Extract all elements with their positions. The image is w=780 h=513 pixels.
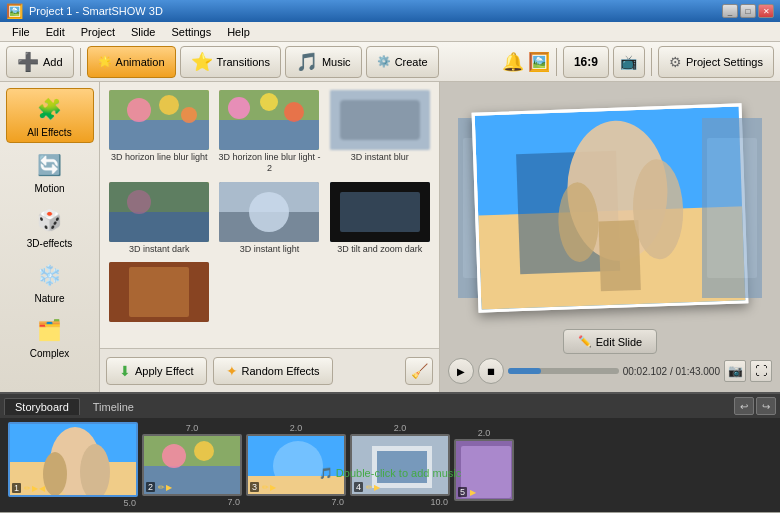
effect-item-3[interactable]: 3D instant dark xyxy=(106,180,212,257)
svg-rect-20 xyxy=(340,192,420,232)
effect-item-4[interactable]: 3D instant light xyxy=(216,180,322,257)
menu-file[interactable]: File xyxy=(4,24,38,40)
effect-item-6[interactable] xyxy=(106,260,212,326)
effects-cat-all[interactable]: 🧩 All Effects xyxy=(6,88,94,143)
photo-gallery-icon[interactable]: 🖼️ xyxy=(528,51,550,73)
titlebar: 🖼️ Project 1 - SmartSHOW 3D _ □ ✕ xyxy=(0,0,780,22)
bell-icon[interactable]: 🔔 xyxy=(502,51,524,73)
create-button[interactable]: ⚙️ Create xyxy=(366,46,439,78)
toolbar-separator-1 xyxy=(80,48,81,76)
fullscreen-button[interactable]: ⛶ xyxy=(750,360,772,382)
effects-cat-motion[interactable]: 🔄 Motion xyxy=(6,145,94,198)
titlebar-controls: _ □ ✕ xyxy=(722,4,774,18)
stop-button[interactable]: ⏹ xyxy=(478,358,504,384)
slide-item-1[interactable]: 1 ✏ ▶ ◀ 5.0 xyxy=(8,422,138,509)
effect-item-5[interactable]: 3D tilt and zoom dark xyxy=(327,180,433,257)
svg-rect-11 xyxy=(340,100,420,140)
svg-rect-22 xyxy=(129,267,189,317)
audio-icon-2: ▶ xyxy=(166,483,172,492)
menu-edit[interactable]: Edit xyxy=(38,24,73,40)
storyboard-content: 1 ✏ ▶ ◀ 5.0 7.0 2 ✏ xyxy=(0,418,780,512)
3d-icon: 🎲 xyxy=(34,204,66,236)
svg-point-38 xyxy=(43,452,67,496)
effect-item-0[interactable]: 3D horizon line blur light xyxy=(106,88,212,176)
effects-panel: 3D horizon line blur light 3D horizon li… xyxy=(100,82,440,392)
slide-icons-4: ✏ ▶ xyxy=(366,483,380,492)
slide-icons-5: ▶ xyxy=(470,488,476,497)
svg-rect-29 xyxy=(598,220,640,291)
tab-storyboard[interactable]: Storyboard xyxy=(4,398,80,415)
play-button[interactable]: ▶ xyxy=(448,358,474,384)
slide-time-5: 2.0 xyxy=(454,427,514,439)
undo-button[interactable]: ↩ xyxy=(734,397,754,415)
svg-point-41 xyxy=(162,444,186,468)
preview-panel: ✏️ Edit Slide ▶ ⏹ 00:02.102 / 01:43.000 … xyxy=(440,82,780,392)
add-button[interactable]: ➕ Add xyxy=(6,46,74,78)
slide-num-2: 2 xyxy=(146,482,155,492)
slide-time-3: 2.0 xyxy=(246,422,346,434)
effect-thumb-img-6 xyxy=(109,262,209,322)
progress-bar[interactable] xyxy=(508,368,619,374)
menu-slide[interactable]: Slide xyxy=(123,24,163,40)
add-music-notice: 🎵 Double-click to add music xyxy=(317,465,463,482)
slide-duration-1: 5.0 xyxy=(8,497,138,509)
eraser-button[interactable]: 🧹 xyxy=(405,357,433,385)
effect-thumb-img-2 xyxy=(330,90,430,150)
slide-duration-2: 7.0 xyxy=(142,496,242,508)
motion-icon: 🔄 xyxy=(34,149,66,181)
menu-settings[interactable]: Settings xyxy=(163,24,219,40)
slide-time-2: 7.0 xyxy=(142,422,242,434)
effect-thumb-img-4 xyxy=(219,182,319,242)
edit-icon-3: ✏ xyxy=(262,483,269,492)
effect-item-2[interactable]: 3D instant blur xyxy=(327,88,433,176)
effect-thumb-img-3 xyxy=(109,182,209,242)
apply-effect-button[interactable]: ⬇ Apply Effect xyxy=(106,357,207,385)
slide-icons-2: ✏ ▶ xyxy=(158,483,172,492)
main-area: 🧩 All Effects 🔄 Motion 🎲 3D-effects ❄️ N… xyxy=(0,82,780,392)
music-button[interactable]: 🎵 Music xyxy=(285,46,362,78)
storyboard-tabs: Storyboard Timeline ↩ ↪ xyxy=(0,394,780,418)
svg-point-42 xyxy=(194,441,214,461)
screenshot-button[interactable]: 📷 xyxy=(724,360,746,382)
menu-project[interactable]: Project xyxy=(73,24,123,40)
slide-num-1: 1 xyxy=(12,483,21,493)
svg-point-18 xyxy=(249,192,289,232)
add-icon: ➕ xyxy=(17,51,39,73)
slide-duration-3: 7.0 xyxy=(246,496,346,508)
menu-help[interactable]: Help xyxy=(219,24,258,40)
aspect-ratio-button[interactable]: 16:9 xyxy=(563,46,609,78)
effect-thumb-img-5 xyxy=(330,182,430,242)
svg-point-7 xyxy=(228,97,250,119)
audio-icon-3: ▶ xyxy=(270,483,276,492)
slide-item-2[interactable]: 7.0 2 ✏ ▶ 7.0 xyxy=(142,422,242,508)
svg-rect-1 xyxy=(109,120,209,150)
slide-icons-3: ✏ ▶ xyxy=(262,483,276,492)
edit-icon-1: ✏ xyxy=(24,484,31,493)
edit-slide-button[interactable]: ✏️ Edit Slide xyxy=(563,329,657,354)
redo-button[interactable]: ↪ xyxy=(756,397,776,415)
minimize-button[interactable]: _ xyxy=(722,4,738,18)
random-effects-button[interactable]: ✦ Random Effects xyxy=(213,357,333,385)
effect-thumb-img-0 xyxy=(109,90,209,150)
effects-cat-3d[interactable]: 🎲 3D-effects xyxy=(6,200,94,253)
svg-point-8 xyxy=(260,93,278,111)
time-display: 00:02.102 / 01:43.000 xyxy=(623,366,720,377)
storyboard-area: Storyboard Timeline ↩ ↪ 1 ✏ ▶ ◀ xyxy=(0,392,780,512)
tab-timeline[interactable]: Timeline xyxy=(82,398,145,415)
toolbar-separator-3 xyxy=(651,48,652,76)
close-button[interactable]: ✕ xyxy=(758,4,774,18)
slide-time-4: 2.0 xyxy=(350,422,450,434)
animation-button[interactable]: 🌟 Animation xyxy=(87,46,176,78)
slide-duration-4: 10.0 xyxy=(350,496,450,508)
effects-cat-complex[interactable]: 🗂️ Complex xyxy=(6,310,94,363)
effects-grid: 3D horizon line blur light 3D horizon li… xyxy=(100,82,439,348)
preview-area xyxy=(448,90,772,325)
audio-icon-1: ▶ xyxy=(32,484,38,493)
transitions-button[interactable]: ⭐ Transitions xyxy=(180,46,281,78)
nature-icon: ❄️ xyxy=(34,259,66,291)
effects-cat-nature[interactable]: ❄️ Nature xyxy=(6,255,94,308)
maximize-button[interactable]: □ xyxy=(740,4,756,18)
aspect-icon-button[interactable]: 📺 xyxy=(613,46,645,78)
effect-item-1[interactable]: 3D horizon line blur light - 2 xyxy=(216,88,322,176)
project-settings-button[interactable]: ⚙ Project Settings xyxy=(658,46,774,78)
